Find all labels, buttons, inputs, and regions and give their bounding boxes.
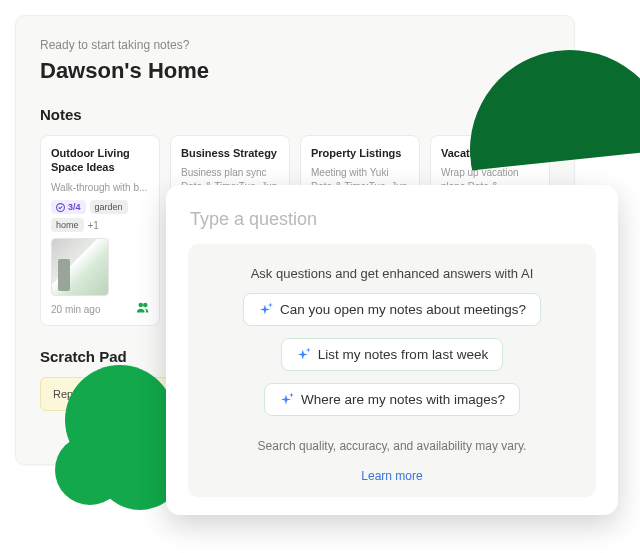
- note-timestamp: 20 min ago: [51, 304, 100, 315]
- suggestion-text: List my notes from last week: [318, 347, 488, 362]
- note-card-body: Walk-through with b...: [51, 181, 149, 195]
- note-thumbnail: [51, 238, 109, 296]
- ai-ask-panel: Type a question Ask questions and get en…: [166, 185, 618, 515]
- suggestion-text: Can you open my notes about meetings?: [280, 302, 526, 317]
- note-card-tags: 3/4 garden home +1: [51, 200, 149, 232]
- sparkle-icon: [296, 348, 310, 362]
- ask-suggestions-area: Ask questions and get enhanced answers w…: [188, 244, 596, 497]
- learn-more-link[interactable]: Learn more: [361, 469, 422, 483]
- tag-more-count[interactable]: +1: [88, 220, 99, 231]
- home-title: Dawson's Home: [40, 58, 550, 84]
- suggestion-chip[interactable]: List my notes from last week: [281, 338, 503, 371]
- shared-icon: [137, 302, 149, 317]
- sparkle-icon: [279, 393, 293, 407]
- subtitle-text: Ready to start taking notes?: [40, 38, 550, 52]
- note-card-title: Outdoor Living Space Ideas: [51, 146, 149, 175]
- suggestion-chip[interactable]: Can you open my notes about meetings?: [243, 293, 541, 326]
- note-card-title: Property Listings: [311, 146, 409, 160]
- note-card-title: Business Strategy: [181, 146, 279, 160]
- ask-disclaimer: Search quality, accuracy, and availabili…: [258, 439, 527, 453]
- suggestion-text: Where are my notes with images?: [301, 392, 505, 407]
- ask-input[interactable]: Type a question: [188, 205, 596, 244]
- tag-chip[interactable]: home: [51, 218, 84, 232]
- sparkle-icon: [258, 303, 272, 317]
- tag-chip[interactable]: garden: [90, 200, 128, 214]
- task-progress-badge: 3/4: [51, 200, 86, 214]
- note-card[interactable]: Outdoor Living Space Ideas Walk-through …: [40, 135, 160, 326]
- suggestion-chip[interactable]: Where are my notes with images?: [264, 383, 520, 416]
- ask-headline: Ask questions and get enhanced answers w…: [251, 266, 534, 281]
